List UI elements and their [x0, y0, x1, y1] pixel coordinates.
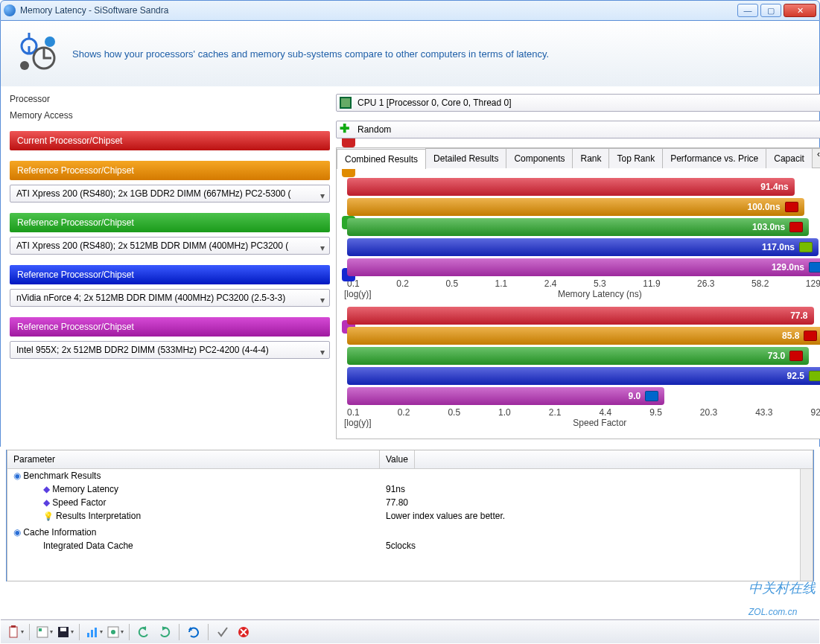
vendor-badge: [645, 391, 658, 401]
memory-access-value: Random: [357, 124, 391, 135]
category-label: Reference Processor/Chipset: [10, 161, 330, 180]
bar-value: 85.8: [782, 331, 799, 341]
svg-rect-11: [91, 630, 93, 637]
bar-value: 91.4ns: [760, 182, 788, 192]
reference-value: nVidia nForce 4; 2x 512MB DDR DIMM (400M…: [16, 293, 285, 303]
bar-value: 129.0ns: [772, 262, 804, 272]
grid-row[interactable]: Results InterpretationLower index values…: [7, 509, 813, 523]
redo-button[interactable]: [155, 622, 174, 642]
bar-chart: 91.4ns100.0ns103.0ns117.0ns129.0ns0.10.2…: [347, 178, 820, 299]
vendor-badge: [785, 202, 798, 212]
chip-icon: [340, 97, 352, 109]
vendor-badge: [789, 222, 803, 232]
processor-label: Processor: [10, 94, 107, 104]
processor-value: CPU 1 [Processor 0, Core 0, Thread 0]: [357, 98, 512, 108]
bar-chart: 77.885.873.092.59.00.10.20.51.02.14.49.5…: [347, 307, 820, 428]
reference-select[interactable]: ATI Xpress 200 (RS480); 2x 512MB DDR DIM…: [10, 237, 330, 255]
chart-area: 91.4ns100.0ns103.0ns117.0ns129.0ns0.10.2…: [337, 168, 820, 439]
undo-button[interactable]: [134, 622, 153, 642]
grid-row[interactable]: Speed Factor77.80: [7, 496, 813, 509]
svg-rect-9: [60, 628, 66, 631]
bar-value: 92.5: [787, 371, 804, 381]
chart-bar: 77.8: [347, 307, 814, 325]
value-cell: [380, 526, 392, 539]
bar-value: 9.0: [629, 391, 641, 401]
category-label: Current Processor/Chipset: [10, 131, 330, 150]
header: Shows how your processors' caches and me…: [0, 21, 820, 86]
plus-icon: ✚: [340, 124, 352, 136]
tab-performance-vs-price[interactable]: Performance vs. Price: [662, 148, 766, 168]
reference-value: ATI Xpress 200 (RS480); 2x 512MB DDR DIM…: [16, 240, 288, 251]
app-icon: [4, 4, 16, 16]
cancel-button[interactable]: [234, 622, 253, 642]
refresh-button[interactable]: [184, 622, 203, 642]
options-button[interactable]: ▾: [105, 622, 124, 642]
reference-select[interactable]: Intel 955X; 2x 512MB DDR2 DIMM (533MHz) …: [10, 341, 330, 359]
vertical-scrollbar[interactable]: [800, 469, 813, 581]
bar-value: 100.0ns: [748, 202, 781, 212]
grid-row[interactable]: Memory Latency91ns: [7, 482, 813, 496]
bar-value: 117.0ns: [762, 242, 795, 252]
tab-scroll-left[interactable]: ‹: [812, 148, 820, 168]
maximize-button[interactable]: ▢: [760, 4, 781, 17]
vendor-badge: [809, 371, 820, 381]
value-cell: [380, 469, 392, 482]
category-label: Reference Processor/Chipset: [10, 317, 330, 337]
chart-bar: 129.0ns: [347, 258, 820, 276]
memory-access-select[interactable]: ✚ Random: [336, 121, 820, 138]
reference-select[interactable]: ATI Xpress 200 (RS480); 2x 1GB DDR2 DIMM…: [10, 185, 330, 203]
tab-components[interactable]: Components: [506, 148, 573, 168]
grid-row[interactable]: Integrated Data Cache5clocks: [7, 539, 813, 552]
report-button[interactable]: ▾: [34, 622, 54, 642]
reference-value: Intel 955X; 2x 512MB DDR2 DIMM (533MHz) …: [16, 345, 269, 355]
chart-bar: 92.5: [347, 367, 820, 385]
watermark: 中关村在线 ZOL.com.cn: [749, 579, 816, 620]
ok-button[interactable]: [213, 622, 232, 642]
window-titlebar: Memory Latency - SiSoftware Sandra — ▢ ✕: [0, 0, 820, 21]
close-button[interactable]: ✕: [784, 4, 816, 17]
svg-point-3: [45, 36, 55, 47]
vendor-badge: [809, 262, 820, 272]
tab-capacit[interactable]: Capacit: [766, 148, 813, 168]
tab-combined-results[interactable]: Combined Results: [337, 149, 426, 169]
bar-value: 77.8: [790, 310, 807, 321]
grid-body: Benchmark ResultsMemory Latency91nsSpeed…: [7, 469, 813, 581]
axis-label: [log(y)]Memory Latency (ns): [347, 289, 820, 299]
save-button[interactable]: ▾: [55, 622, 74, 642]
module-icon: [14, 31, 59, 76]
results-panel: Combined ResultsDetailed ResultsComponen…: [336, 147, 820, 439]
module-description: Shows how your processors' caches and me…: [72, 48, 549, 60]
bar-value: 103.0ns: [752, 222, 785, 232]
param-cell: Cache Information: [7, 526, 380, 539]
minimize-button[interactable]: —: [737, 4, 758, 17]
clipboard-button[interactable]: ▾: [5, 622, 25, 642]
chart-button[interactable]: ▾: [84, 622, 104, 642]
grid-header: Parameter Value: [7, 450, 813, 469]
param-cell: Speed Factor: [7, 496, 380, 509]
param-cell: Memory Latency: [7, 482, 380, 496]
tab-detailed-results[interactable]: Detailed Results: [425, 148, 506, 168]
memory-access-label: Memory Access: [10, 110, 107, 121]
processor-select[interactable]: CPU 1 [Processor 0, Core 0, Thread 0]: [336, 94, 820, 112]
chart-bar: 100.0ns: [347, 198, 804, 216]
grid-row[interactable]: Cache Information: [7, 526, 813, 539]
col-parameter[interactable]: Parameter: [7, 450, 380, 468]
svg-rect-10: [87, 633, 89, 637]
param-cell: Results Interpretation: [7, 509, 380, 523]
chart-bar: 85.8: [347, 327, 820, 345]
window-title: Memory Latency - SiSoftware Sandra: [20, 5, 735, 16]
tab-top-rank[interactable]: Top Rank: [608, 148, 663, 168]
chart-bar: 73.0: [347, 347, 809, 365]
tab-rank[interactable]: Rank: [572, 148, 609, 168]
axis-ticks: 0.10.20.51.02.14.49.520.343.392.5: [347, 407, 820, 418]
col-value[interactable]: Value: [380, 450, 415, 468]
svg-rect-12: [95, 628, 97, 637]
svg-rect-5: [11, 625, 16, 628]
value-cell: Lower index values are better.: [380, 509, 511, 523]
bottom-toolbar: ▾ ▾ ▾ ▾ ▾: [1, 619, 819, 643]
value-cell: 91ns: [380, 482, 411, 496]
tabs: Combined ResultsDetailed ResultsComponen…: [337, 148, 820, 168]
grid-row[interactable]: Benchmark Results: [7, 469, 813, 482]
reference-select[interactable]: nVidia nForce 4; 2x 512MB DDR DIMM (400M…: [10, 289, 330, 307]
svg-rect-4: [10, 627, 17, 637]
